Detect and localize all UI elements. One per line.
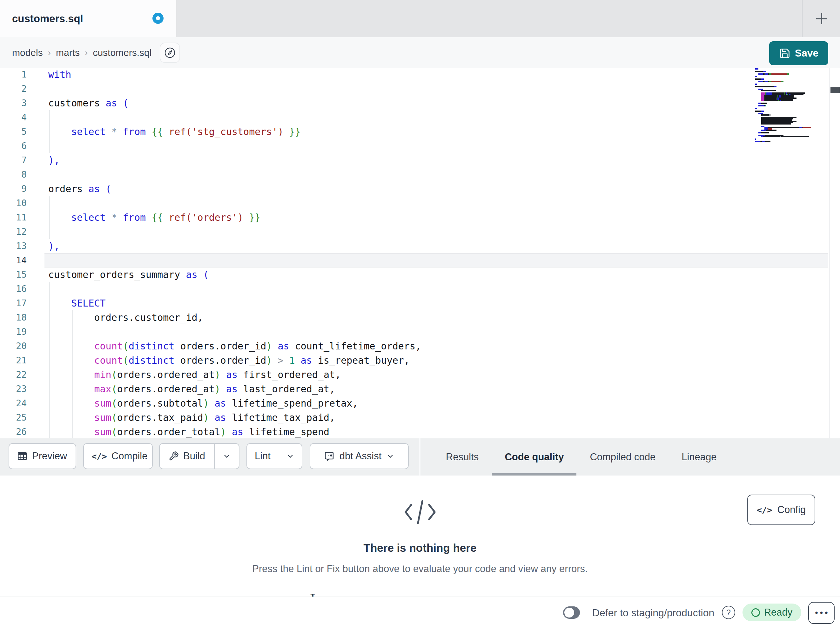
assist-chat-icon xyxy=(324,451,335,462)
code-line[interactable]: 1with xyxy=(0,68,828,82)
lint-main[interactable]: Lint xyxy=(247,444,278,468)
tab-code-quality[interactable]: Code quality xyxy=(492,438,576,476)
floppy-disk-icon xyxy=(779,47,791,59)
question-circle-icon[interactable]: ? xyxy=(722,606,735,619)
empty-state-title: There is nothing here xyxy=(0,542,840,554)
tab-compiled-code[interactable]: Compiled code xyxy=(577,438,668,476)
navigate-file-button[interactable] xyxy=(160,43,180,63)
line-number: 14 xyxy=(0,253,32,267)
code-line[interactable]: 6 xyxy=(0,139,828,153)
code-line[interactable]: 5 select * from {{ ref('stg_customers') … xyxy=(0,125,828,139)
new-tab-button[interactable] xyxy=(808,5,835,32)
code-line[interactable]: 4 xyxy=(0,110,828,125)
table-icon xyxy=(17,451,28,462)
line-number: 18 xyxy=(0,310,32,325)
ready-status-badge: Ready xyxy=(742,604,801,621)
code-line[interactable]: 2 xyxy=(0,82,828,96)
scrollbar-thumb[interactable] xyxy=(831,87,840,93)
code-line[interactable]: 21 count(distinct orders.order_id) > 1 a… xyxy=(0,353,828,367)
config-button[interactable]: </> Config xyxy=(747,495,815,525)
code-line[interactable]: 26 sum(orders.order_total) as lifetime_s… xyxy=(0,425,828,438)
code-line[interactable]: 3customers as ( xyxy=(0,96,828,110)
line-number: 25 xyxy=(0,410,32,425)
line-number: 19 xyxy=(0,325,32,339)
breadcrumb: models › marts › customers.sql xyxy=(0,37,840,68)
code-line[interactable]: 10 xyxy=(0,196,828,210)
breadcrumb-models[interactable]: models xyxy=(12,47,43,58)
compile-button[interactable]: </> Compile xyxy=(83,443,153,469)
code-editor[interactable]: 1with23customers as (45 select * from {{… xyxy=(0,68,840,438)
breadcrumb-marts[interactable]: marts xyxy=(56,47,80,58)
defer-label: Defer to staging/production xyxy=(592,607,714,619)
save-button[interactable]: Save xyxy=(769,41,828,65)
code-line[interactable]: 25 sum(orders.tax_paid) as lifetime_tax_… xyxy=(0,410,828,425)
ellipsis-icon: ••• xyxy=(813,608,829,618)
line-number: 9 xyxy=(0,182,32,196)
code-line[interactable]: 20 count(distinct orders.order_id) as co… xyxy=(0,339,828,353)
toggle-knob xyxy=(564,607,574,617)
code-line[interactable]: 7), xyxy=(0,153,828,168)
code-line[interactable]: 23 max(orders.ordered_at) as last_ordere… xyxy=(0,382,828,396)
tab-lineage[interactable]: Lineage xyxy=(669,438,729,476)
defer-toggle[interactable] xyxy=(563,606,580,619)
line-number: 15 xyxy=(0,267,32,282)
breadcrumb-separator: › xyxy=(48,47,51,58)
line-number: 12 xyxy=(0,225,32,239)
ready-label: Ready xyxy=(764,607,793,618)
wrench-icon xyxy=(169,451,179,461)
code-line[interactable]: 16 xyxy=(0,282,828,296)
code-line[interactable]: 24 sum(orders.subtotal) as lifetime_spen… xyxy=(0,396,828,410)
code-brackets-icon xyxy=(0,498,840,526)
preview-label: Preview xyxy=(32,451,67,462)
line-number: 22 xyxy=(0,367,32,382)
tab-results[interactable]: Results xyxy=(433,438,491,476)
editor-scrollbar[interactable] xyxy=(829,68,840,438)
code-line[interactable]: 22 min(orders.ordered_at) as first_order… xyxy=(0,367,828,382)
more-options-button[interactable]: ••• xyxy=(808,602,835,624)
tab-customers-sql[interactable]: customers.sql xyxy=(0,0,176,37)
chevron-down-icon xyxy=(286,452,295,460)
status-bar: Defer to staging/production ? Ready ••• xyxy=(0,596,840,628)
empty-state: There is nothing here Press the Lint or … xyxy=(0,476,840,575)
minimap[interactable]: with customers as ( select * from {{ ref… xyxy=(755,68,828,142)
code-line[interactable]: 17 SELECT xyxy=(0,296,828,310)
line-number: 1 xyxy=(0,68,32,82)
build-dropdown[interactable] xyxy=(215,444,239,468)
dbt-assist-label: dbt Assist xyxy=(339,451,382,462)
line-number: 3 xyxy=(0,96,32,110)
config-label: Config xyxy=(777,504,806,516)
code-line[interactable]: 8 xyxy=(0,168,828,182)
code-line[interactable]: 15customer_orders_summary as ( xyxy=(0,267,828,282)
code-line[interactable]: 12 xyxy=(0,225,828,239)
preview-button[interactable]: Preview xyxy=(9,443,76,469)
compass-icon xyxy=(164,46,176,59)
line-number: 7 xyxy=(0,153,32,168)
line-number: 10 xyxy=(0,196,32,210)
line-number: 24 xyxy=(0,396,32,410)
code-line[interactable]: 13), xyxy=(0,239,828,253)
line-number: 11 xyxy=(0,210,32,225)
chevron-down-icon xyxy=(222,452,231,460)
toolbar-divider xyxy=(419,438,420,476)
breadcrumb-customers-sql[interactable]: customers.sql xyxy=(93,47,152,58)
code-lines: 1with23customers as (45 select * from {{… xyxy=(0,68,828,438)
build-main[interactable]: Build xyxy=(160,444,214,468)
line-number: 20 xyxy=(0,339,32,353)
line-number: 26 xyxy=(0,425,32,438)
line-number: 17 xyxy=(0,296,32,310)
lint-dropdown[interactable] xyxy=(278,444,302,468)
line-number: 16 xyxy=(0,282,32,296)
code-line[interactable]: 11 select * from {{ ref('orders') }} xyxy=(0,210,828,225)
dbt-assist-button[interactable]: dbt Assist xyxy=(309,443,409,469)
lint-button[interactable]: Lint xyxy=(246,443,302,469)
code-icon: </> xyxy=(92,451,107,461)
chevron-down-icon xyxy=(386,452,395,460)
build-button[interactable]: Build xyxy=(159,443,240,469)
code-line[interactable]: 19 xyxy=(0,325,828,339)
tabstrip-divider xyxy=(802,0,802,37)
line-number: 8 xyxy=(0,168,32,182)
code-line[interactable]: 9orders as ( xyxy=(0,182,828,196)
code-line[interactable]: 14 xyxy=(0,253,828,267)
code-icon: </> xyxy=(757,505,772,515)
code-line[interactable]: 18 orders.customer_id, xyxy=(0,310,828,325)
